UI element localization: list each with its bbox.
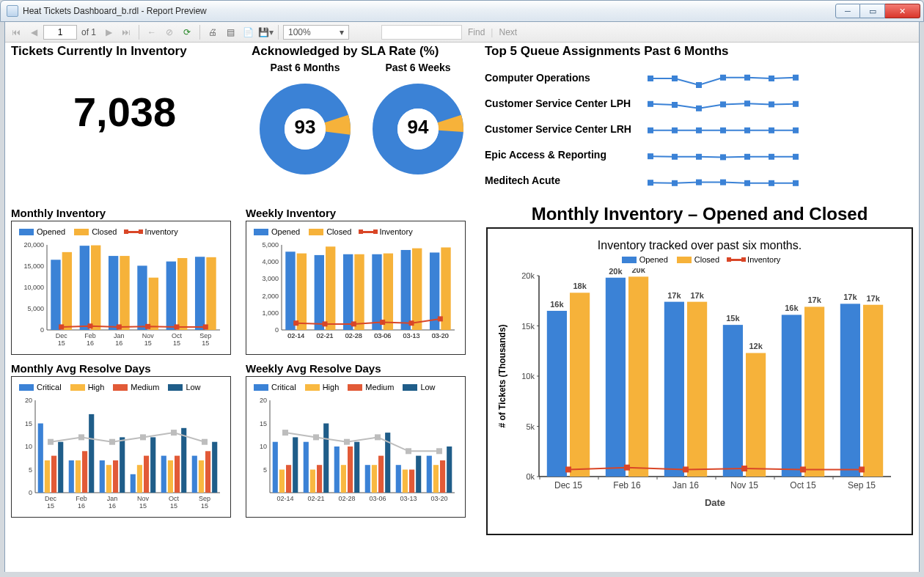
svg-rect-259 — [859, 466, 865, 472]
svg-text:03-13: 03-13 — [400, 495, 417, 502]
svg-rect-175 — [310, 470, 315, 493]
svg-text:0k: 0k — [526, 472, 535, 481]
svg-rect-236 — [723, 325, 743, 477]
stop-button[interactable]: ⊘ — [161, 24, 177, 40]
svg-rect-197 — [447, 446, 452, 493]
svg-rect-108 — [293, 320, 298, 326]
svg-text:5,000: 5,000 — [27, 305, 44, 312]
svg-text:02-14: 02-14 — [287, 332, 304, 339]
last-page-button[interactable]: ⏭ — [118, 24, 134, 40]
svg-text:16k: 16k — [785, 304, 799, 312]
svg-text:Jan 16: Jan 16 — [672, 480, 699, 490]
page-number-input[interactable] — [43, 25, 77, 40]
zoom-select[interactable]: 100%▾ — [283, 25, 349, 40]
queue-list: Computer OperationsCustomer Service Cent… — [485, 66, 631, 198]
mini-weekly-avg: Weekly Avg Resolve Days CriticalHighMedi… — [246, 358, 466, 518]
svg-rect-89 — [326, 246, 335, 330]
window-title: Heat Tickets Dashboard_b.rdl - Report Pr… — [23, 6, 835, 16]
svg-rect-85 — [297, 254, 307, 330]
bar-chart: 201510502-1402-2102-2803-0603-1303-20 — [251, 396, 459, 513]
svg-text:3,000: 3,000 — [262, 275, 279, 282]
prev-page-button[interactable]: ◀ — [26, 24, 42, 40]
svg-rect-28 — [720, 154, 726, 160]
svg-rect-257 — [741, 466, 747, 471]
svg-rect-6 — [696, 82, 702, 88]
mini-title: Weekly Avg Resolve Days — [246, 362, 466, 375]
page-setup-button[interactable]: 📄 — [240, 24, 256, 40]
export-button[interactable]: 💾▾ — [257, 24, 274, 40]
legend: CriticalHighMediumLow — [19, 383, 226, 392]
svg-rect-133 — [100, 460, 105, 493]
svg-text:15,000: 15,000 — [23, 262, 44, 270]
page-of-label: of 1 — [81, 27, 96, 37]
print-layout-button[interactable]: ▤ — [222, 24, 238, 40]
svg-text:15k: 15k — [521, 322, 535, 331]
svg-rect-135 — [113, 460, 118, 493]
big-chart-title: Monthly Inventory – Opened and Closed — [486, 204, 913, 224]
svg-text:16: 16 — [115, 339, 122, 347]
svg-rect-152 — [199, 460, 204, 493]
svg-rect-84 — [285, 251, 295, 330]
svg-rect-179 — [334, 446, 340, 493]
svg-text:4,000: 4,000 — [262, 258, 279, 265]
svg-text:03-20: 03-20 — [430, 495, 447, 502]
svg-text:12k: 12k — [749, 342, 763, 350]
svg-rect-199 — [282, 430, 288, 435]
svg-text:18k: 18k — [573, 282, 587, 290]
svg-text:0: 0 — [40, 326, 44, 334]
svg-text:17k: 17k — [843, 293, 857, 301]
maximize-button[interactable]: ▭ — [860, 4, 885, 18]
svg-text:15: 15 — [139, 502, 147, 510]
svg-text:17k: 17k — [807, 295, 821, 304]
window-titlebar: Heat Tickets Dashboard_b.rdl - Report Pr… — [0, 0, 924, 22]
svg-text:10: 10 — [25, 443, 32, 450]
find-button[interactable]: Find — [468, 27, 485, 37]
svg-rect-145 — [161, 456, 166, 493]
next-page-button[interactable]: ▶ — [100, 24, 117, 40]
mini-weekly-inventory: Weekly Inventory OpenedClosedInventory 5… — [246, 202, 466, 355]
svg-rect-11 — [648, 101, 653, 107]
svg-text:Nov 15: Nov 15 — [730, 480, 758, 490]
svg-rect-54 — [109, 256, 118, 330]
legend: OpenedClosedInventory — [254, 227, 461, 236]
kpi-panel: Tickets Currently In Inventory 7,038 — [11, 44, 238, 198]
svg-text:5k: 5k — [526, 422, 535, 431]
window-controls: ─ ▭ ✕ — [835, 4, 920, 18]
svg-rect-111 — [380, 320, 385, 325]
svg-rect-237 — [746, 353, 766, 477]
svg-text:20: 20 — [260, 397, 267, 404]
svg-rect-142 — [150, 437, 155, 493]
mini-title: Monthly Avg Resolve Days — [11, 362, 231, 375]
queue-title: Top 5 Queue Assignments Past 6 Months — [485, 44, 913, 59]
svg-rect-70 — [59, 324, 64, 329]
big-chart-subtitle: Inventory tracked over past six months. — [495, 239, 904, 252]
svg-rect-203 — [406, 448, 411, 454]
svg-rect-51 — [91, 246, 100, 330]
svg-rect-186 — [378, 456, 384, 493]
svg-text:15: 15 — [201, 502, 208, 510]
minimize-button[interactable]: ─ — [835, 4, 860, 18]
svg-rect-30 — [769, 154, 774, 160]
close-button[interactable]: ✕ — [885, 4, 920, 18]
mini-monthly-avg: Monthly Avg Resolve Days CriticalHighMed… — [11, 358, 231, 518]
back-button[interactable]: ← — [144, 24, 160, 40]
first-page-button[interactable]: ⏮ — [8, 24, 24, 40]
sla-title: Acknowledged by SLA Rate (%) — [252, 44, 472, 59]
svg-text:16: 16 — [109, 502, 116, 510]
svg-rect-22 — [744, 128, 750, 133]
svg-text:20,000: 20,000 — [23, 241, 44, 249]
svg-text:17k: 17k — [866, 294, 880, 303]
find-next-button[interactable]: Next — [499, 27, 517, 37]
find-input[interactable] — [381, 25, 462, 40]
svg-rect-242 — [782, 315, 802, 477]
refresh-button[interactable]: ⟳ — [179, 24, 195, 40]
svg-rect-192 — [416, 456, 421, 493]
svg-text:Feb: Feb — [84, 332, 96, 339]
svg-text:Oct: Oct — [172, 332, 183, 339]
kpi-value: 7,038 — [11, 59, 238, 136]
print-button[interactable]: 🖨 — [205, 24, 221, 40]
svg-rect-219 — [570, 293, 590, 477]
svg-text:15: 15 — [144, 339, 152, 347]
sla-right-label: Past 6 Weeks — [367, 62, 469, 73]
svg-text:2,000: 2,000 — [262, 293, 279, 300]
